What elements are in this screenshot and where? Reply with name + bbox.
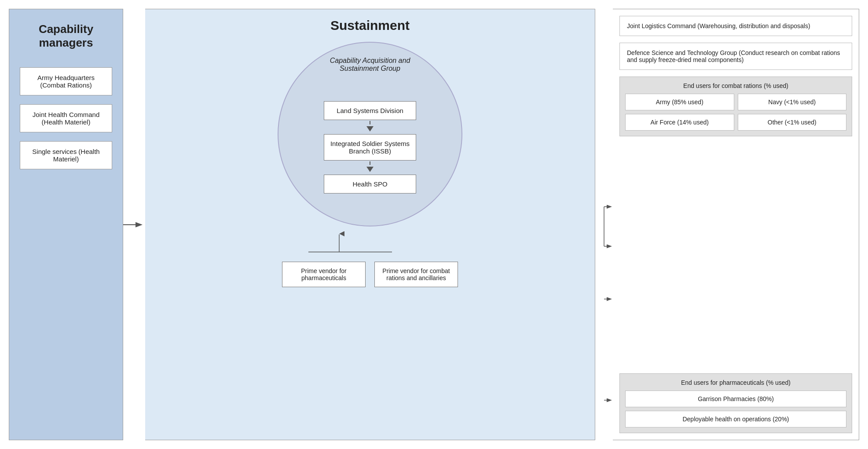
right-panel: Joint Logistics Command (Warehousing, di… (613, 9, 859, 440)
inner-flow: Land Systems Division Integrated Soldier… (324, 101, 416, 193)
joint-health-box: Joint Health Command (Health Materiel) (20, 104, 112, 132)
jlc-box: Joint Logistics Command (Warehousing, di… (619, 16, 852, 36)
capability-circle: Capability Acquisition and Sustainment G… (278, 42, 462, 226)
arrow-land-issb (366, 121, 374, 133)
prime-pharma-box: Prime vendor for pharmaceuticals (282, 262, 366, 287)
bottom-connector-svg (269, 231, 471, 253)
spacer (619, 143, 852, 367)
single-services-box: Single services (Health Materiel) (20, 141, 112, 169)
prime-combat-box: Prime vendor for combat rations and anci… (374, 262, 458, 287)
navy-item: Navy (<1% used) (738, 94, 847, 110)
other-item: Other (<1% used) (738, 114, 847, 131)
end-users-combat-grid: Army (85% used) Navy (<1% used) Air Forc… (625, 94, 846, 131)
end-users-pharma-title: End users for pharmaceuticals (% used) (625, 379, 846, 386)
dstg-box: Defence Science and Technology Group (Co… (619, 43, 852, 70)
left-to-middle-arrow-container (123, 9, 145, 440)
left-arrow-svg (123, 218, 145, 231)
circle-label: Capability Acquisition and Sustainment G… (313, 57, 427, 73)
health-spo-box: Health SPO (324, 175, 416, 193)
land-systems-box: Land Systems Division (324, 101, 416, 120)
deployable-item: Deployable health on operations (20%) (625, 411, 846, 427)
middle-to-right-arrows (595, 9, 613, 440)
issb-box: Integrated Soldier Systems Branch (ISSB) (324, 134, 416, 161)
arrow-issb-health (366, 161, 374, 174)
army-hq-box: Army Headquarters (Combat Rations) (20, 67, 112, 95)
middle-panel-title: Sustainment (330, 18, 410, 33)
bottom-boxes: Prime vendor for pharmaceuticals Prime v… (282, 262, 458, 287)
middle-right-arrow-svg (595, 193, 613, 449)
middle-panel: Sustainment Capability Acquisition and S… (145, 9, 595, 440)
end-users-combat-section: End users for combat rations (% used) Ar… (619, 77, 852, 136)
army-item: Army (85% used) (625, 94, 734, 110)
left-panel-title: Capability managers (18, 22, 114, 50)
end-users-combat-title: End users for combat rations (% used) (625, 82, 846, 89)
garrison-item: Garrison Pharmacies (80%) (625, 391, 846, 407)
main-container: Capability managers Army Headquarters (C… (0, 0, 868, 449)
left-panel: Capability managers Army Headquarters (C… (9, 9, 123, 440)
end-users-pharma-section: End users for pharmaceuticals (% used) G… (619, 373, 852, 433)
airforce-item: Air Force (14% used) (625, 114, 734, 131)
